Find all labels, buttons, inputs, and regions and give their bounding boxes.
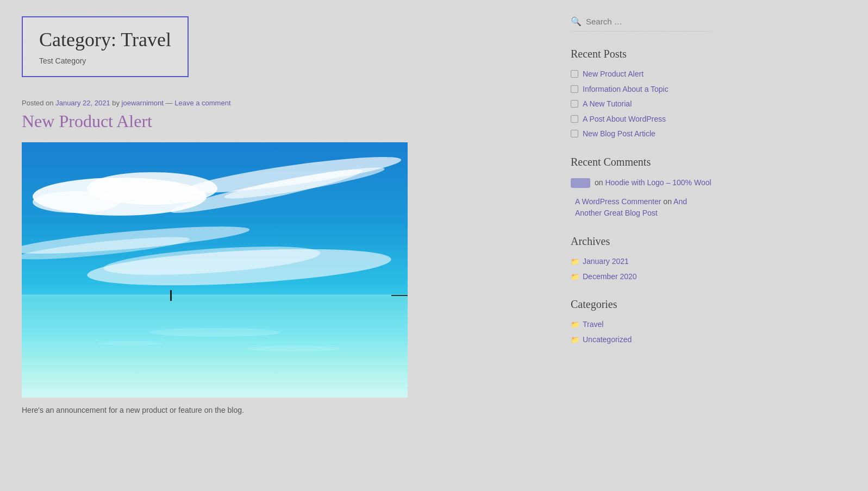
recent-comments-section: Recent Comments on Hoodie with Logo – 10… — [571, 156, 712, 219]
list-item: 📁 Travel — [571, 319, 712, 330]
category-link-1[interactable]: Travel — [583, 319, 603, 330]
recent-post-link-3[interactable]: A New Tutorial — [583, 99, 632, 110]
post-author-link[interactable]: joewarnimont — [122, 99, 164, 107]
folder-icon: 📁 — [571, 336, 579, 344]
archives-list: 📁 January 2021 📁 December 2020 — [571, 256, 712, 282]
archive-link-2[interactable]: December 2020 — [583, 272, 637, 282]
post-image-wrapper — [22, 142, 408, 398]
dash-separator: — — [166, 99, 175, 107]
recent-post-link-2[interactable]: Information About a Topic — [583, 84, 669, 95]
list-item: A Post About WordPress — [571, 114, 712, 125]
comment-item-1: on Hoodie with Logo – 100% Wool — [571, 177, 712, 188]
category-header-box: Category: Travel Test Category — [22, 16, 189, 77]
posted-on-label: Posted on — [22, 99, 54, 107]
post-meta: Posted on January 22, 2021 by joewarnimo… — [22, 99, 549, 107]
archive-link-1[interactable]: January 2021 — [583, 256, 629, 267]
recent-post-link-5[interactable]: New Blog Post Article — [583, 129, 655, 140]
list-bullet-icon — [571, 70, 578, 78]
comment-author-link-2[interactable]: A WordPress Commenter — [575, 197, 661, 206]
archives-title: Archives — [571, 235, 712, 248]
svg-point-5 — [33, 191, 120, 213]
list-bullet-icon — [571, 115, 578, 123]
category-link-2[interactable]: Uncategorized — [583, 335, 632, 345]
by-label: by — [112, 99, 121, 107]
search-widget: 🔍 — [571, 16, 712, 32]
svg-point-15 — [98, 341, 163, 345]
category-title: Category: Travel — [39, 28, 171, 51]
list-item: New Product Alert — [571, 69, 712, 80]
list-item: 📁 January 2021 — [571, 256, 712, 267]
list-bullet-icon — [571, 85, 578, 93]
categories-title: Categories — [571, 298, 712, 311]
search-input[interactable] — [586, 17, 712, 26]
list-item: New Blog Post Article — [571, 129, 712, 140]
comment-item-2: A WordPress Commenter on And Another Gre… — [571, 196, 712, 219]
list-bullet-icon — [571, 100, 578, 108]
list-item: A New Tutorial — [571, 99, 712, 110]
post-excerpt: Here's an announcement for a new product… — [22, 406, 549, 414]
svg-rect-16 — [170, 290, 172, 301]
comment-text-1: on Hoodie with Logo – 100% Wool — [595, 177, 711, 188]
comment-text-2: A WordPress Commenter on And Another Gre… — [575, 196, 712, 219]
comment-on-2: on — [663, 197, 673, 206]
post-article: Posted on January 22, 2021 by joewarnimo… — [22, 99, 549, 414]
recent-post-link-1[interactable]: New Product Alert — [583, 69, 644, 80]
list-bullet-icon — [571, 130, 578, 137]
comment-on-1: on — [595, 178, 605, 187]
recent-posts-section: Recent Posts New Product Alert Informati… — [571, 48, 712, 140]
post-date-link[interactable]: January 22, 2021 — [55, 99, 110, 107]
folder-icon: 📁 — [571, 257, 579, 266]
list-item: 📁 Uncategorized — [571, 335, 712, 345]
categories-section: Categories 📁 Travel 📁 Uncategorized — [571, 298, 712, 345]
list-item: Information About a Topic — [571, 84, 712, 95]
categories-list: 📁 Travel 📁 Uncategorized — [571, 319, 712, 345]
list-item: 📁 December 2020 — [571, 272, 712, 282]
page-wrapper: Category: Travel Test Category Posted on… — [0, 0, 868, 491]
archives-section: Archives 📁 January 2021 📁 December 2020 — [571, 235, 712, 282]
post-title: New Product Alert — [22, 111, 549, 131]
svg-point-14 — [245, 346, 342, 351]
folder-icon: 📁 — [571, 320, 579, 329]
recent-post-link-4[interactable]: A Post About WordPress — [583, 114, 666, 125]
comment-avatar — [571, 178, 590, 188]
recent-posts-title: Recent Posts — [571, 48, 712, 60]
sidebar: 🔍 Recent Posts New Product Alert Informa… — [571, 11, 712, 480]
recent-posts-list: New Product Alert Information About a To… — [571, 69, 712, 140]
svg-point-13 — [149, 328, 280, 337]
recent-comments-title: Recent Comments — [571, 156, 712, 168]
folder-icon: 📁 — [571, 273, 579, 281]
main-content: Category: Travel Test Category Posted on… — [22, 11, 549, 480]
comment-post-link-1[interactable]: Hoodie with Logo – 100% Wool — [605, 178, 711, 187]
leave-comment-link[interactable]: Leave a comment — [174, 99, 230, 107]
search-icon: 🔍 — [571, 16, 582, 27]
svg-rect-1 — [22, 294, 408, 398]
category-description: Test Category — [39, 56, 171, 65]
post-image — [22, 142, 408, 398]
